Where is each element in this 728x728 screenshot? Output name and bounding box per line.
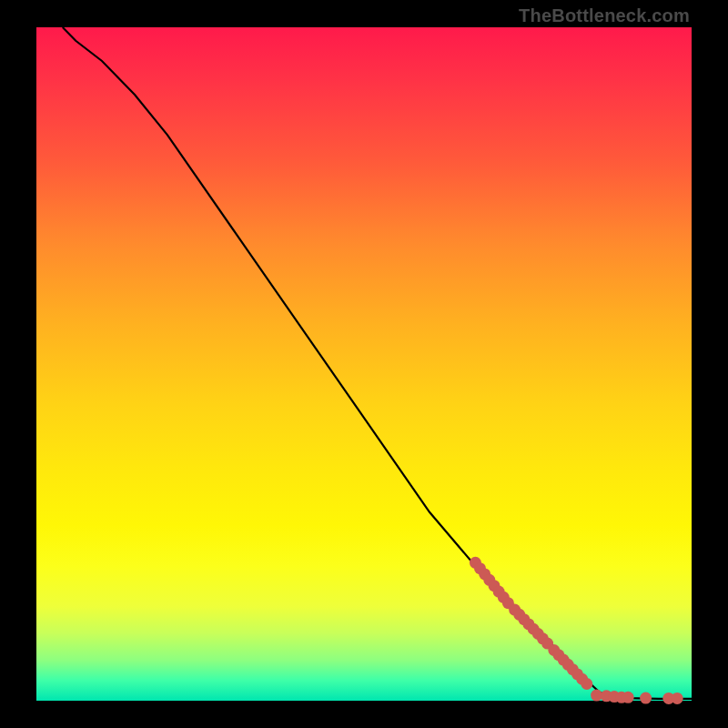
bottleneck-curve bbox=[63, 27, 692, 699]
watermark-text: TheBottleneck.com bbox=[519, 5, 690, 26]
data-point bbox=[622, 692, 634, 703]
data-points-group bbox=[470, 557, 683, 704]
data-point bbox=[581, 678, 592, 690]
chart-overlay bbox=[36, 27, 692, 701]
data-point bbox=[672, 693, 683, 704]
chart-frame: TheBottleneck.com bbox=[0, 0, 728, 728]
data-point bbox=[640, 693, 652, 704]
